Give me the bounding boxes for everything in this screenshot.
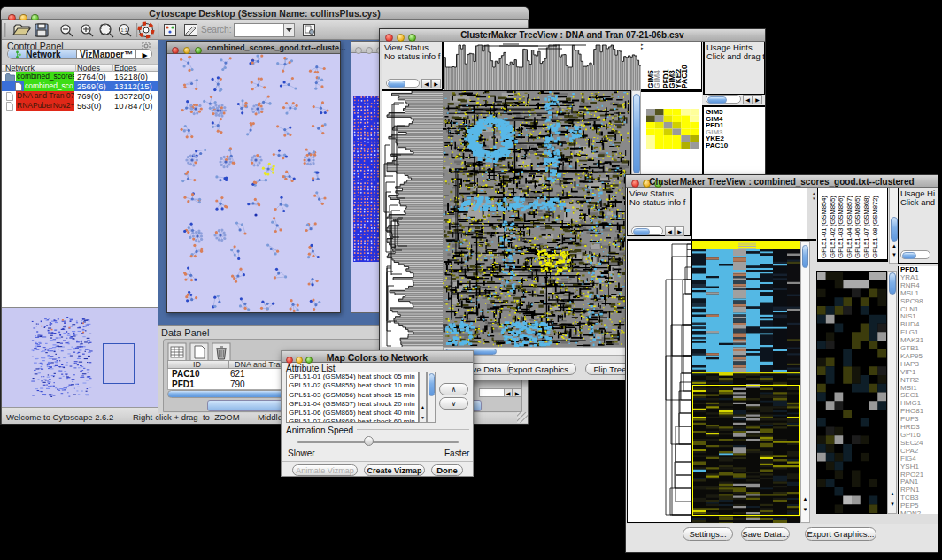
svg-text:1:1: 1:1: [121, 27, 127, 33]
svg-text:Search:: Search:: [201, 25, 231, 35]
